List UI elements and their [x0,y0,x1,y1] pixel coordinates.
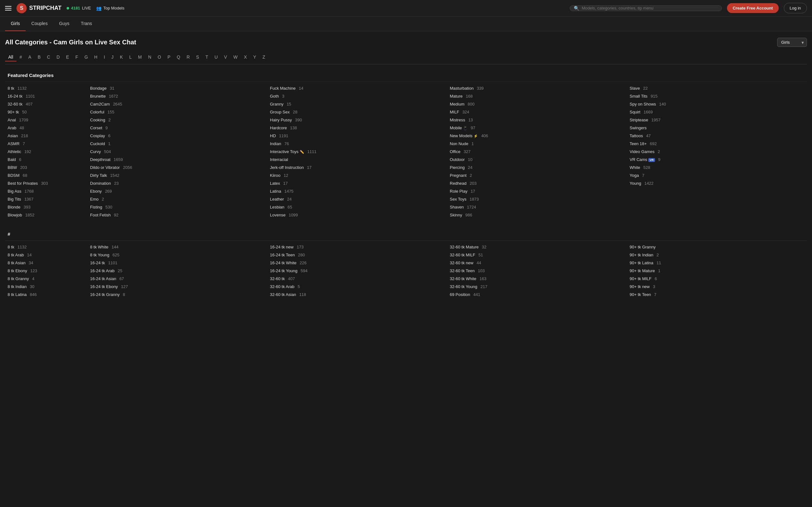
alpha-e[interactable]: E [63,53,72,61]
hamburger-menu[interactable] [5,6,11,10]
cat-item[interactable]: Interracial [267,156,447,163]
cat-item[interactable]: 8 tk1132 [5,243,88,250]
cat-item[interactable]: 90+ tk Indian2 [627,251,807,259]
cat-item[interactable]: Goth3 [267,93,447,100]
cat-item[interactable]: Striptease1957 [627,116,807,124]
cat-item[interactable]: 8 tk Granny4 [5,275,88,282]
cat-item[interactable]: HD1191 [267,132,447,139]
cat-item[interactable]: Kiiroo12 [267,172,447,179]
cat-item[interactable]: ASMR7 [5,140,88,147]
search-input[interactable] [582,6,718,10]
cat-item[interactable]: White528 [627,164,807,171]
cat-item[interactable]: Hardcore138 [267,124,447,131]
cat-item[interactable]: Bald6 [5,156,88,163]
cat-item[interactable]: 8 tk Latina846 [5,291,88,298]
cat-item[interactable]: 32-60 tk Arab5 [267,283,447,290]
cat-item[interactable]: Cooking2 [88,116,267,124]
cat-item[interactable]: New Models ⚡406 [447,132,627,139]
alpha-h[interactable]: H [91,53,101,61]
cat-item[interactable]: 16-24 tk Granny8 [88,291,267,298]
cat-item[interactable]: Fisting530 [88,204,267,211]
cat-item[interactable]: 32-60 tk Teen103 [447,267,627,274]
cat-item[interactable]: Foot Fetish92 [88,211,267,219]
cat-item[interactable]: 16-24 tk new173 [267,243,447,250]
cat-item[interactable]: 16-24 tk Young594 [267,267,447,274]
cat-item[interactable]: Blowjob1852 [5,211,88,219]
cat-item[interactable]: 32-60 tk407 [267,275,447,282]
cat-item[interactable]: Dildo or Vibrator2056 [88,164,267,171]
cat-item[interactable]: 16-24 tk Asian67 [88,275,267,282]
cat-item[interactable]: 16-24 tk1101 [88,259,267,267]
cat-item[interactable]: 32-60 tk Mature32 [447,243,627,250]
alpha-d[interactable]: D [53,53,63,61]
top-models-button[interactable]: 👥 Top Models [96,6,124,11]
nav-girls[interactable]: Girls [5,16,26,31]
alpha-f[interactable]: F [72,53,82,61]
nav-guys[interactable]: Guys [53,16,75,31]
cat-item[interactable]: 8 tk Indian30 [5,283,88,290]
cat-item[interactable]: Bondage31 [88,84,267,92]
cat-item[interactable]: Domination23 [88,180,267,187]
cat-item[interactable]: Mature168 [447,93,627,100]
cat-item[interactable]: Lovense1099 [267,211,447,219]
cat-item[interactable]: 32-60 tk Asian118 [267,291,447,298]
cat-item[interactable]: Role Play17 [447,187,627,195]
cat-item[interactable]: 8 tk Young625 [88,251,267,259]
alpha-c[interactable]: C [44,53,53,61]
cat-item[interactable]: 8 tk Ebony123 [5,267,88,274]
cat-item[interactable]: 32-60 tk MILF51 [447,251,627,259]
cat-item[interactable]: Cosplay6 [88,132,267,139]
cat-item[interactable]: Interactive Toys ✏️1111 [267,148,447,155]
cat-item[interactable]: Big Ass1768 [5,187,88,195]
cat-item[interactable]: 8 tk Asian34 [5,259,88,267]
alpha-o[interactable]: O [154,53,164,61]
cat-item[interactable]: Yoga7 [627,172,807,179]
cat-item[interactable]: 90+ tk Granny [627,243,807,250]
cat-item[interactable]: 90+ tk50 [5,108,88,116]
cat-item[interactable]: Arab48 [5,124,88,131]
cat-item[interactable]: Teen 18+692 [627,140,807,147]
cat-item[interactable]: Curvy504 [88,148,267,155]
cat-item[interactable]: Jerk-off Instruction17 [267,164,447,171]
cat-item[interactable]: Swingers [627,124,807,131]
create-account-button[interactable]: Create Free Account [727,3,779,13]
alpha-x[interactable]: X [241,53,250,61]
cat-item[interactable]: Cuckold1 [88,140,267,147]
cat-item[interactable]: Dirty Talk1542 [88,172,267,179]
cat-item[interactable]: 32-60 tk Young217 [447,283,627,290]
cat-item[interactable]: Granny15 [267,101,447,108]
cat-item[interactable]: 16-24 tk Ebony127 [88,283,267,290]
cat-item[interactable]: Latex17 [267,180,447,187]
alpha-l[interactable]: L [126,53,135,61]
cat-item[interactable]: Corset9 [88,124,267,131]
cat-item[interactable]: Leather24 [267,195,447,203]
cat-item[interactable]: Emo2 [88,195,267,203]
cat-item[interactable]: Tattoos47 [627,132,807,139]
nav-couples[interactable]: Couples [26,16,53,31]
alpha-q[interactable]: Q [173,53,183,61]
alpha-t[interactable]: T [202,53,212,61]
cat-item[interactable]: 32-60 tk407 [5,101,88,108]
cat-item[interactable]: Fuck Machine14 [267,84,447,92]
alpha-i[interactable]: I [101,53,108,61]
cat-item[interactable]: Indian76 [267,140,447,147]
cat-item[interactable]: MILF324 [447,108,627,116]
cat-item[interactable]: 90+ tk Teen7 [627,291,807,298]
cat-item[interactable]: 8 tk1132 [5,84,88,92]
cat-item[interactable]: Mobile 📱97 [447,124,627,131]
alpha-p[interactable]: P [164,53,173,61]
alpha-a[interactable]: A [25,53,34,61]
cat-item[interactable]: Brunette1672 [88,93,267,100]
logo[interactable]: S STRIPCHAT [16,3,61,13]
gender-filter[interactable]: Girls Couples Guys Trans [777,38,807,47]
cat-item[interactable]: Ebony269 [88,187,267,195]
cat-item[interactable]: Slave22 [627,84,807,92]
cat-item[interactable]: 32-60 tk White163 [447,275,627,282]
alpha-s[interactable]: S [193,53,202,61]
cat-item[interactable]: 8 tk Arab14 [5,251,88,259]
alpha-all[interactable]: All [5,53,16,61]
cat-item[interactable]: Medium800 [447,101,627,108]
cat-item[interactable]: Best for Privates303 [5,180,88,187]
cat-item[interactable]: Colorful155 [88,108,267,116]
cat-item[interactable]: Anal1709 [5,116,88,124]
